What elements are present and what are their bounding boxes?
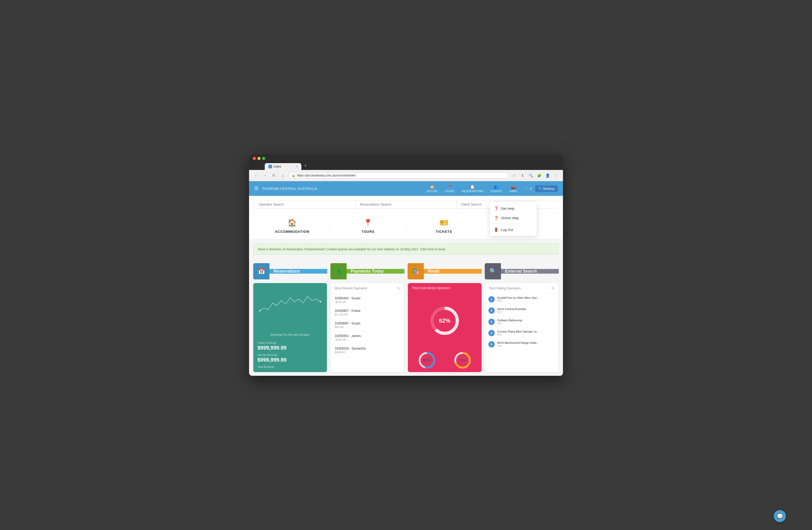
nav-right: 🛒 0 🛡 Brittany bbox=[524, 185, 558, 192]
accommodation-label: ACCOMMODATION bbox=[275, 229, 309, 234]
seller-count-5: 168 bbox=[497, 345, 539, 348]
browser-tab[interactable]: i index ✕ bbox=[265, 163, 301, 170]
payment-item-4[interactable]: 16359351 - James -$150.00 bbox=[331, 332, 404, 344]
nav-item-cars[interactable]: 🚗 CARS bbox=[509, 184, 517, 193]
category-tickets[interactable]: 🎫 TICKETS bbox=[406, 219, 482, 234]
payment-item-5[interactable]: 16359326 - Samantha $408.00 bbox=[331, 344, 404, 357]
internal-bookings-label: Internal Bookings bbox=[257, 353, 323, 357]
info-icon[interactable]: ℹ bbox=[519, 172, 526, 179]
refresh-sellers-icon[interactable]: ↻ bbox=[551, 286, 555, 290]
seller-item-2[interactable]: 2 Hertz Central Australia 333 bbox=[485, 305, 559, 316]
seller-info-1: DoubleTree by Hilton Alice Spri... 420 bbox=[497, 296, 539, 303]
seller-count-1: 420 bbox=[497, 299, 539, 303]
new-tab-button[interactable]: + bbox=[302, 163, 309, 169]
seller-item-3[interactable]: 3 Outback Ballooning 243 bbox=[485, 316, 559, 327]
user-menu-button[interactable]: 🛡 Brittany bbox=[535, 185, 558, 192]
close-button[interactable] bbox=[253, 157, 256, 160]
bookings-chart bbox=[253, 283, 327, 331]
seller-name-2: Hertz Central Australia bbox=[497, 307, 526, 310]
log-out-label: Log Out bbox=[501, 228, 513, 232]
online-bookings-value: $999,999.99 bbox=[257, 345, 323, 351]
payments-card-header: Most Recent Payments ↻ bbox=[331, 283, 404, 294]
tile-retail[interactable]: 🛍️ Retail bbox=[408, 263, 482, 279]
seller-info-3: Outback Ballooning 243 bbox=[497, 319, 522, 325]
bottom-donuts: 55% 70% bbox=[408, 349, 482, 372]
tab-favicon: i bbox=[269, 165, 272, 168]
payment-name-3: 16359597 - Susan bbox=[335, 322, 400, 325]
nav-item-accom[interactable]: 🏠 ACCOM bbox=[427, 184, 437, 193]
nav-label-events: EVENTS bbox=[491, 190, 502, 193]
category-tours[interactable]: 📍 TOURS bbox=[330, 219, 406, 234]
online-bookings-label: Online Bookings bbox=[257, 341, 323, 344]
url-text: https://pvt.bookeasy.com.au/console/inde… bbox=[297, 173, 356, 177]
menu-icon[interactable]: ⋮ bbox=[552, 172, 559, 179]
svg-point-1 bbox=[320, 301, 321, 303]
home-button[interactable]: ⌂ bbox=[279, 172, 286, 179]
shield-icon: 🛡 bbox=[538, 187, 542, 191]
seller-info-5: BIG4 MacDonnell Range Holid... 168 bbox=[497, 341, 539, 348]
nav-item-tours[interactable]: 📍 TOURS bbox=[445, 184, 454, 193]
address-bar[interactable]: 🔒 https://pvt.bookeasy.com.au/console/in… bbox=[288, 172, 509, 179]
hamburger-menu[interactable]: ☰ bbox=[254, 186, 259, 192]
seller-info-2: Hertz Central Australia 333 bbox=[497, 307, 526, 314]
forward-button[interactable]: → bbox=[262, 172, 269, 179]
cart-count: 0 bbox=[530, 187, 532, 191]
tile-payments[interactable]: 💲 Payments Today bbox=[330, 263, 404, 279]
operator-search-input[interactable] bbox=[254, 200, 356, 209]
retail-tile-label: Retail bbox=[424, 269, 482, 274]
small-donut-pct-2: 70% bbox=[459, 358, 466, 362]
minimize-button[interactable] bbox=[257, 157, 261, 160]
seller-name-1: DoubleTree by Hilton Alice Spri... bbox=[497, 296, 539, 299]
category-accommodation[interactable]: 🏠 ACCOMMODATION bbox=[254, 219, 330, 234]
payment-name-4: 16359351 - James bbox=[335, 334, 400, 338]
payments-tile-label: Payments Today bbox=[347, 269, 404, 274]
bookmark-icon[interactable]: ☆ bbox=[511, 172, 518, 179]
get-help-item[interactable]: ❓ Get Help bbox=[490, 204, 537, 213]
help-icon: ❓ bbox=[494, 206, 498, 211]
refresh-payments-icon[interactable]: ↻ bbox=[397, 286, 400, 290]
seller-name-5: BIG4 MacDonnell Range Holid... bbox=[497, 341, 539, 344]
maximize-button[interactable] bbox=[262, 157, 265, 160]
reservations-search-input[interactable] bbox=[356, 200, 457, 209]
cart-button[interactable]: 🛒 0 bbox=[524, 187, 532, 191]
payments-card-title: Most Recent Payments bbox=[335, 287, 367, 290]
profile-icon[interactable]: 👤 bbox=[544, 172, 551, 179]
seller-rank-5: 5 bbox=[489, 341, 495, 348]
payment-name-2: 16359957 - Online bbox=[335, 309, 400, 313]
payment-item-2[interactable]: 16359957 - Online $1,100.00 bbox=[331, 306, 404, 319]
main-donut: 62% bbox=[429, 305, 460, 336]
reload-button[interactable]: ↻ bbox=[271, 172, 277, 179]
bookings-card: Bookings For the past 30 days Online Boo… bbox=[253, 283, 327, 372]
promo-banner[interactable]: Need a refresher on Reservation Fundamen… bbox=[253, 243, 559, 255]
seller-item-5[interactable]: 5 BIG4 MacDonnell Range Holid... 168 bbox=[485, 339, 559, 350]
online-help-icon: ❓ bbox=[494, 216, 498, 220]
back-button[interactable]: ← bbox=[253, 172, 260, 179]
seller-item-4[interactable]: 4 Crowne Plaza Alice Springs La... 236 bbox=[485, 327, 559, 339]
cars-icon: 🚗 bbox=[511, 184, 516, 189]
payment-item-1[interactable]: 16360402 - Susan -$135.80 bbox=[331, 294, 404, 306]
log-out-item[interactable]: 🚪 Log Out bbox=[490, 225, 537, 234]
small-donut-pct-1: 55% bbox=[423, 358, 431, 362]
payment-amount-3: $60.00 bbox=[335, 325, 400, 329]
tile-reservations[interactable]: 📅 Reservations bbox=[253, 263, 327, 279]
internal-bookings-value: $999,999.99 bbox=[257, 357, 323, 363]
seller-item-1[interactable]: 1 DoubleTree by Hilton Alice Spri... 420 bbox=[485, 294, 559, 305]
reservations-icon: 📋 bbox=[470, 184, 475, 189]
chart-label: Bookings For the past 30 days bbox=[253, 331, 327, 338]
payment-item-3[interactable]: 16359597 - Susan $60.00 bbox=[331, 319, 404, 332]
total-bookings-label: Total Bookings bbox=[257, 365, 323, 368]
tours-label: TOURS bbox=[362, 229, 375, 234]
tab-close-icon[interactable]: ✕ bbox=[295, 165, 298, 168]
tickets-icon: 🎫 bbox=[439, 219, 449, 227]
payment-name-5: 16359326 - Samantha bbox=[335, 347, 400, 350]
puzzle-icon[interactable]: 🧩 bbox=[536, 172, 542, 179]
nav-item-reservations[interactable]: 📋 RESERVATIONS bbox=[462, 184, 483, 193]
payment-amount-5: $408.00 bbox=[335, 351, 400, 354]
payments-tile-icon: 💲 bbox=[330, 263, 347, 279]
online-help-item[interactable]: ❓ Online Help bbox=[490, 213, 537, 223]
dashboard-grid: Bookings For the past 30 days Online Boo… bbox=[249, 279, 563, 376]
user-name: Brittany bbox=[543, 187, 555, 191]
tile-external-search[interactable]: 🔍 External Search bbox=[485, 263, 559, 279]
nav-item-events[interactable]: 👥 EVENTS bbox=[491, 184, 502, 193]
search-icon[interactable]: 🔍 bbox=[527, 172, 534, 179]
